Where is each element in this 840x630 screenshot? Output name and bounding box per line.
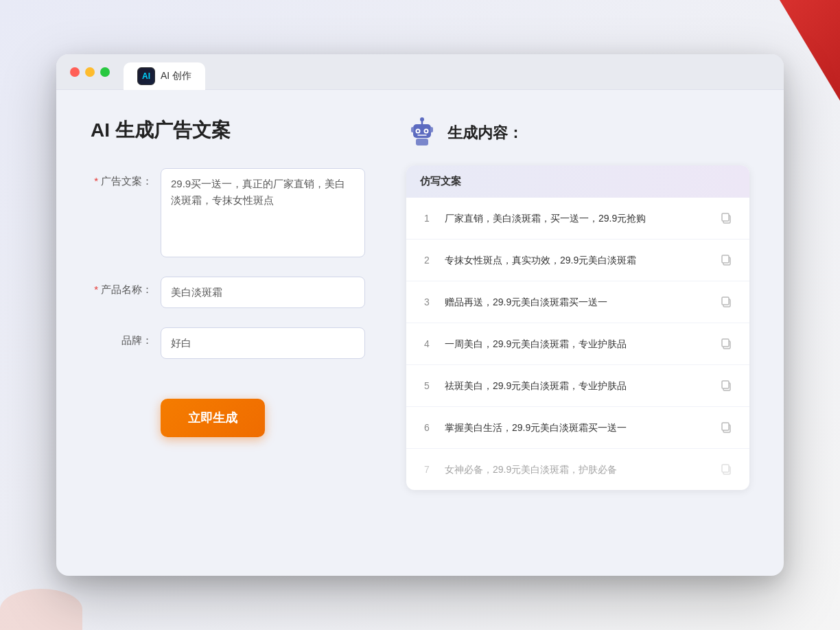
brand-input[interactable] [161, 327, 365, 359]
page-title: AI 生成广告文案 [91, 117, 365, 143]
row-number: 6 [420, 422, 434, 433]
row-text: 专抹女性斑点，真实功效，29.9元美白淡斑霜 [445, 253, 705, 268]
robot-icon [406, 117, 438, 149]
result-row: 3 赠品再送，29.9元美白淡斑霜买一送一 [406, 281, 749, 323]
copy-icon[interactable] [716, 376, 736, 395]
result-row: 5 祛斑美白，29.9元美白淡斑霜，专业护肤品 [406, 365, 749, 407]
result-row: 6 掌握美白生活，29.9元美白淡斑霜买一送一 [406, 407, 749, 449]
svg-rect-12 [722, 213, 729, 221]
tab-label: AI 创作 [161, 70, 191, 82]
svg-rect-8 [416, 139, 428, 145]
row-text: 女神必备，29.9元美白淡斑霜，护肤必备 [445, 463, 705, 477]
generate-button[interactable]: 立即生成 [161, 399, 265, 437]
right-panel-title: 生成内容： [447, 123, 523, 143]
ai-logo-icon: AI [137, 67, 155, 85]
maximize-button[interactable] [100, 67, 110, 77]
product-name-input[interactable] [161, 277, 365, 308]
product-name-label: 产品名称： [91, 277, 152, 296]
row-number: 4 [420, 338, 434, 349]
svg-point-6 [425, 130, 428, 132]
result-row: 7 女神必备，29.9元美白淡斑霜，护肤必备 [406, 449, 749, 490]
row-text: 掌握美白生活，29.9元美白淡斑霜买一送一 [445, 421, 705, 435]
bottom-decoration [0, 589, 82, 630]
copy-icon[interactable] [716, 334, 736, 353]
row-text: 厂家直销，美白淡斑霜，买一送一，29.9元抢购 [445, 211, 705, 226]
svg-rect-14 [722, 255, 729, 263]
row-number: 5 [420, 380, 434, 391]
brand-group: 品牌： [91, 327, 365, 359]
copy-icon[interactable] [716, 250, 736, 270]
row-number: 2 [420, 255, 434, 266]
svg-rect-20 [722, 381, 729, 388]
right-header: 生成内容： [406, 117, 749, 149]
copy-icon[interactable] [716, 292, 736, 312]
row-text: 祛斑美白，29.9元美白淡斑霜，专业护肤品 [445, 379, 705, 393]
ad-copy-input[interactable] [161, 168, 365, 257]
row-text: 赠品再送，29.9元美白淡斑霜买一送一 [445, 295, 705, 310]
svg-rect-18 [722, 339, 729, 347]
right-panel: 生成内容： 仿写文案 1 厂家直销，美白淡斑霜，买一送一，29.9元抢购 2 专… [406, 117, 749, 548]
left-panel: AI 生成广告文案 广告文案： 产品名称： 品牌： 立即生成 [91, 117, 365, 548]
row-number: 1 [420, 213, 434, 224]
results-container: 仿写文案 1 厂家直销，美白淡斑霜，买一送一，29.9元抢购 2 专抹女性斑点，… [406, 165, 749, 490]
svg-rect-10 [430, 127, 433, 132]
copy-icon[interactable] [716, 209, 736, 228]
content-area: AI 生成广告文案 广告文案： 产品名称： 品牌： 立即生成 [56, 90, 784, 576]
result-row: 1 厂家直销，美白淡斑霜，买一送一，29.9元抢购 [406, 198, 749, 240]
svg-point-1 [420, 117, 424, 121]
brand-label: 品牌： [91, 327, 152, 347]
browser-tab[interactable]: AI AI 创作 [124, 62, 205, 90]
browser-window: AI AI 创作 AI 生成广告文案 广告文案： 产品名称： 品牌： [56, 54, 784, 576]
copy-icon[interactable] [716, 418, 736, 437]
svg-rect-22 [722, 423, 729, 430]
ad-copy-label: 广告文案： [91, 168, 152, 188]
results-header: 仿写文案 [406, 165, 749, 198]
close-button[interactable] [70, 67, 80, 77]
row-text: 一周美白，29.9元美白淡斑霜，专业护肤品 [445, 337, 705, 351]
svg-rect-9 [411, 127, 414, 132]
product-name-group: 产品名称： [91, 277, 365, 308]
result-row: 4 一周美白，29.9元美白淡斑霜，专业护肤品 [406, 323, 749, 365]
minimize-button[interactable] [85, 67, 95, 77]
title-bar: AI AI 创作 [56, 54, 784, 90]
traffic-lights [70, 67, 110, 77]
svg-rect-24 [722, 465, 729, 472]
ad-copy-group: 广告文案： [91, 168, 365, 257]
copy-icon[interactable] [716, 460, 736, 479]
row-number: 3 [420, 296, 434, 307]
svg-point-5 [417, 130, 419, 132]
svg-rect-16 [722, 297, 729, 305]
row-number: 7 [420, 464, 434, 475]
result-row: 2 专抹女性斑点，真实功效，29.9元美白淡斑霜 [406, 240, 749, 281]
